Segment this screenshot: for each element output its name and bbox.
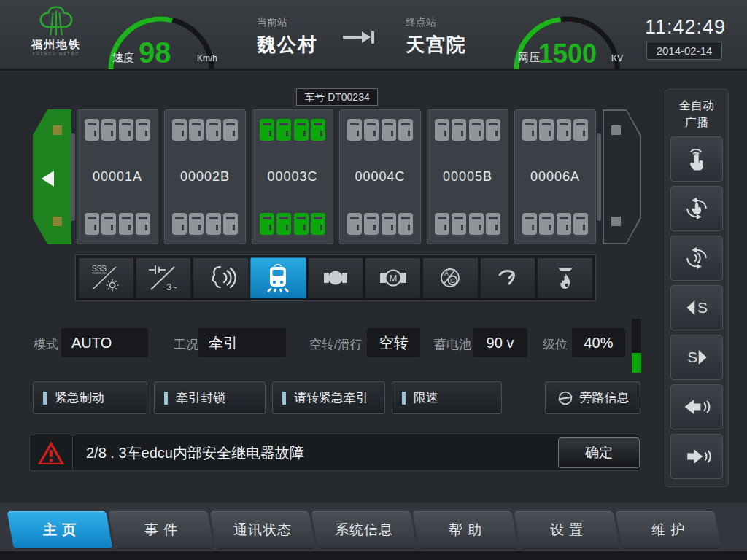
next-station-icon: S [681, 343, 713, 372]
traction-motor-icon: M [377, 263, 409, 292]
prev-station-icon: S [681, 293, 713, 322]
voltage-unit: KV [611, 53, 623, 63]
car-label: 00002B [172, 169, 238, 184]
brake-unit-button[interactable] [308, 257, 364, 298]
door-icon [382, 119, 396, 141]
door-icon [136, 213, 150, 235]
door-icon [557, 213, 571, 235]
auto-tap-cycle-button[interactable] [670, 186, 723, 231]
broadcast-forward-icon [681, 442, 713, 471]
indicator-bar [43, 392, 47, 405]
head-car-marker [53, 125, 62, 135]
door-icon [486, 213, 500, 235]
door-icon [294, 119, 309, 141]
announcement-button[interactable] [193, 257, 249, 298]
clock-date: 2014-02-14 [646, 42, 722, 60]
door-row-bottom [522, 213, 588, 235]
fire-alarm-icon [549, 263, 581, 292]
door-icon [452, 213, 466, 235]
bottom-nav: 主 页事 件通讯状态系统信息帮 助设 置维 护 [10, 511, 718, 549]
inverter-power-icon: 3~ [147, 263, 179, 292]
next-station-button[interactable]: S [670, 335, 723, 380]
train-number-badge: 车号 DT00234 [296, 88, 378, 106]
confirm-button[interactable]: 确定 [558, 438, 640, 468]
coupler-bar [597, 133, 601, 221]
traction-motor-button[interactable]: M [365, 257, 421, 298]
level-label: 级位 [543, 336, 568, 353]
metro-logo: 福州地铁 FUZHOU METRO [16, 4, 96, 56]
car-00002B[interactable]: 00002B [164, 109, 246, 244]
tab-maintenance[interactable]: 维 护 [615, 511, 721, 549]
broadcast-backward-button[interactable] [670, 384, 723, 429]
door-row-top [85, 119, 150, 141]
banyan-tree-logo-icon [33, 4, 80, 38]
tab-comm-status[interactable]: 通讯状态 [209, 511, 315, 549]
logo-title: 福州地铁 [16, 38, 96, 52]
door-icon [573, 213, 588, 235]
battery-value-box: 90 v [473, 328, 527, 357]
auto-broadcast-cycle-button[interactable] [670, 236, 723, 281]
door-icon [469, 119, 484, 141]
working-condition-value-box: 牵引 [198, 328, 286, 357]
tab-settings[interactable]: 设 置 [514, 511, 619, 549]
tap-broadcast-button[interactable] [670, 136, 723, 182]
brightness-signal-button[interactable]: SSS [78, 257, 134, 298]
door-row-top [347, 119, 413, 141]
tab-label: 设 置 [550, 521, 584, 540]
tail-car-marker [611, 217, 621, 226]
train-button[interactable] [250, 257, 306, 298]
logo-subtitle: FUZHOU METRO [16, 52, 96, 56]
coupler-button[interactable] [480, 257, 536, 298]
working-condition-label: 工况 [174, 336, 198, 353]
alarm-message: 2/8 . 3车edcu内部安全继电器故障 [86, 443, 304, 463]
prev-station-button[interactable]: S [670, 285, 723, 330]
door-row-bottom [172, 213, 238, 235]
tab-home[interactable]: 主 页 [7, 511, 112, 549]
switch-emergency-traction-button[interactable]: 请转紧急牵引 [272, 381, 385, 414]
door-icon [260, 213, 274, 235]
speed-unit: Km/h [197, 53, 217, 63]
door-icon [101, 119, 116, 141]
tab-help[interactable]: 帮 助 [412, 511, 518, 549]
subsystem-toolbar: SSS3~MCA [75, 254, 596, 301]
mode-label: 模式 [34, 336, 58, 353]
car-00003C[interactable]: 00003C [252, 109, 333, 244]
door-icon [539, 119, 554, 141]
traction-lock-button[interactable]: 牵引封锁 [154, 381, 266, 414]
car-00001A[interactable]: 00001A [77, 109, 158, 244]
car-00004C[interactable]: 00004C [339, 109, 421, 244]
door-icon [539, 213, 554, 235]
tap-broadcast-icon [681, 144, 713, 174]
door-icon [398, 119, 413, 141]
tab-system-info[interactable]: 系统信息 [311, 511, 417, 549]
door-icon [435, 213, 449, 235]
speed-value: 98 [139, 36, 171, 69]
door-icon [573, 119, 588, 141]
speed-limit-button[interactable]: 限速 [392, 381, 502, 414]
bypass-info-button[interactable]: 旁路信息 [545, 381, 640, 414]
door-icon [311, 213, 325, 235]
tab-events[interactable]: 事 件 [108, 511, 214, 549]
door-row-bottom [435, 213, 500, 235]
direction-arrow-icon [42, 171, 54, 187]
door-icon [276, 213, 291, 235]
inverter-power-button[interactable]: 3~ [136, 257, 192, 298]
air-compressor-button[interactable]: CA [422, 257, 479, 298]
tab-label: 主 页 [43, 521, 77, 540]
current-station-name: 魏公村 [257, 32, 318, 58]
brake-unit-icon [320, 263, 352, 292]
broadcast-forward-button[interactable] [670, 434, 723, 479]
car-00005B[interactable]: 00005B [427, 109, 508, 244]
door-icon [172, 119, 187, 141]
tail-car-body [604, 111, 640, 243]
door-icon [382, 213, 396, 235]
emergency-brake-button[interactable]: 紧急制动 [33, 381, 147, 414]
svg-text:C: C [451, 277, 456, 284]
tcms-screen: 福州地铁 FUZHOU METRO 速度 98 Km/h 当前站 魏公村 终点站 [0, 0, 747, 560]
coupler-bar [71, 133, 75, 221]
alert-button-label: 限速 [414, 389, 438, 406]
fire-alarm-button[interactable] [537, 257, 593, 298]
door-icon [223, 119, 238, 141]
door-icon [119, 213, 133, 235]
car-00006A[interactable]: 00006A [514, 109, 596, 244]
